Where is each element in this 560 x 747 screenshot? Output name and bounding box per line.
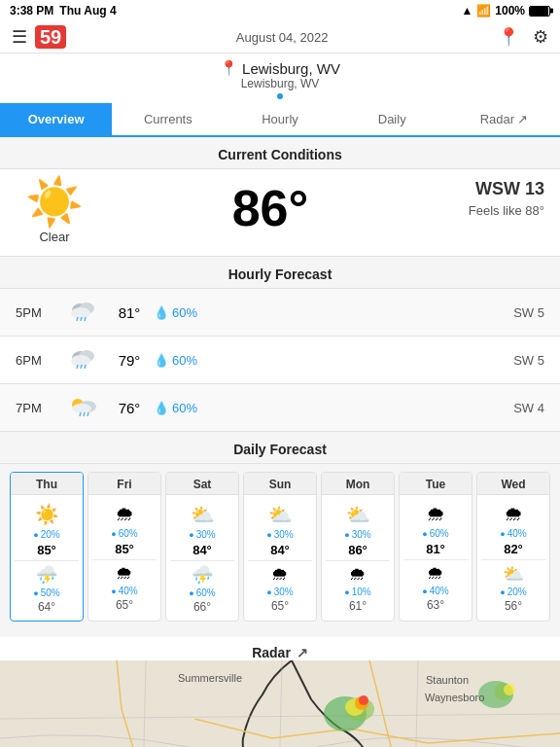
daily-col-mon: Mon ⛅ ● 30% 86° 🌧 ● 10% 61°	[321, 472, 395, 622]
daily-high-sun: 84°	[248, 543, 312, 557]
daily-low-fri: 65°	[92, 598, 157, 612]
top-bar-right: 📍 ⚙	[498, 26, 548, 48]
svg-point-14	[72, 404, 91, 413]
drop-icon-3: 💧	[154, 401, 169, 415]
daily-precip-fri-1: ● 60%	[92, 528, 157, 539]
daily-high-wed: 82°	[481, 542, 545, 556]
radar-title: Radar ↗	[0, 637, 560, 660]
hourly-icon-1	[62, 298, 105, 327]
daily-title: Daily Forecast	[0, 432, 560, 464]
daily-low-wed: 56°	[481, 599, 545, 613]
daily-icon-wed-1: 🌧	[481, 503, 545, 525]
hourly-icon-2	[62, 345, 105, 374]
tab-hourly[interactable]: Hourly	[224, 103, 335, 135]
svg-line-3	[77, 317, 78, 321]
daily-precip-thu-2: ● 50%	[15, 587, 79, 598]
daily-day-mon: Mon	[322, 473, 394, 495]
daily-icon-tue-2: 🌧	[403, 563, 468, 584]
current-conditions: ☀️ Clear 86° WSW 13 Feels like 88°	[0, 169, 560, 257]
tab-daily[interactable]: Daily	[336, 103, 448, 135]
hourly-row: 7PM 76° 💧 60% SW 4	[0, 384, 560, 432]
news-badge[interactable]: 59	[35, 25, 66, 49]
daily-day-thu: Thu	[11, 473, 83, 495]
daily-icon-sat-2: ⛈️	[170, 564, 234, 586]
daily-icon-fri-1: 🌧	[92, 503, 157, 525]
daily-precip-wed-1: ● 40%	[481, 528, 545, 539]
svg-point-8	[71, 355, 90, 367]
hourly-time-1: 5PM	[16, 305, 62, 320]
svg-text:Summersville: Summersville	[178, 672, 242, 684]
daily-precip-tue-2: ● 40%	[403, 586, 468, 596]
top-bar: ☰ 59 August 04, 2022 📍 ⚙	[0, 21, 560, 53]
svg-line-16	[84, 412, 85, 416]
battery-icon	[529, 6, 550, 17]
daily-precip-mon-2: ● 10%	[326, 587, 390, 597]
daily-icon-thu-2: ⛈️	[15, 564, 79, 586]
status-left: 3:38 PM Thu Aug 4	[10, 4, 117, 18]
hourly-row: 6PM 79° 💧 60% SW 5	[0, 337, 560, 384]
signal-icon: 📶	[476, 4, 491, 18]
svg-line-4	[81, 317, 82, 321]
daily-low-tue: 63°	[403, 598, 468, 612]
daily-precip-sat-1: ● 30%	[170, 529, 234, 540]
hourly-wind-2: SW 5	[496, 353, 544, 368]
daily-precip-mon-1: ● 30%	[326, 529, 390, 540]
tab-radar[interactable]: Radar ↗	[448, 103, 560, 135]
current-weather-icon: ☀️	[25, 179, 84, 226]
cc-left: ☀️ Clear	[16, 179, 93, 244]
location-pin-icon[interactable]: 📍	[498, 26, 519, 48]
daily-low-thu: 64°	[15, 600, 79, 614]
radar-map[interactable]: Summersville Staunton Waynesboro Beckley…	[0, 660, 560, 747]
daily-precip-sat-2: ● 60%	[170, 587, 234, 598]
daily-precip-sun-1: ● 30%	[248, 529, 312, 540]
svg-line-11	[85, 365, 86, 369]
status-bar: 3:38 PM Thu Aug 4 ▲ 📶 100%	[0, 0, 560, 21]
daily-col-wed: Wed 🌧 ● 40% 82° ⛅ ● 20% 56°	[476, 472, 550, 622]
radar-share-icon: ↗	[517, 112, 528, 126]
tab-overview[interactable]: Overview	[0, 103, 112, 135]
daily-high-mon: 86°	[326, 543, 390, 557]
daily-day-sun: Sun	[244, 473, 316, 495]
tab-currents[interactable]: Currents	[112, 103, 224, 135]
daily-col-sun: Sun ⛅ ● 30% 84° 🌧 ● 30% 65°	[243, 472, 317, 622]
daily-precip-fri-2: ● 40%	[92, 586, 157, 596]
hourly-section: Hourly Forecast 5PM 81° 💧 60% SW 5 6PM	[0, 257, 560, 432]
radar-section: Radar ↗	[0, 637, 560, 747]
daily-high-tue: 81°	[403, 542, 468, 556]
daily-day-wed: Wed	[477, 473, 549, 495]
hourly-time-3: 7PM	[16, 401, 62, 415]
daily-icon-sun-2: 🌧	[248, 564, 312, 585]
location-name: 📍 Lewisburg, WV	[4, 59, 556, 77]
daily-section: Daily Forecast Thu ☀️ ● 20% 85° ⛈️ ● 50%…	[0, 432, 560, 637]
current-wind: WSW 13	[447, 179, 544, 199]
cc-center: 86°	[232, 179, 309, 237]
hourly-temp-3: 76°	[105, 400, 154, 416]
svg-line-17	[88, 412, 88, 416]
daily-col-fri: Fri 🌧 ● 60% 85° 🌧 ● 40% 65°	[88, 472, 161, 622]
settings-icon[interactable]: ⚙	[533, 26, 548, 48]
status-right: ▲ 📶 100%	[461, 4, 550, 18]
daily-precip-thu-1: ● 20%	[15, 529, 79, 540]
hourly-temp-2: 79°	[105, 352, 154, 369]
radar-share-icon[interactable]: ↗	[297, 645, 308, 660]
daily-high-thu: 85°	[15, 543, 79, 557]
daily-icon-sat-1: ⛅	[170, 503, 234, 526]
svg-text:Staunton: Staunton	[426, 674, 469, 686]
daily-icon-mon-1: ⛅	[326, 503, 390, 526]
location-sub: Lewisburg, WV	[4, 77, 556, 90]
daily-col-thu: Thu ☀️ ● 20% 85° ⛈️ ● 50% 64°	[10, 472, 84, 622]
svg-text:Waynesboro: Waynesboro	[425, 692, 484, 703]
status-time: 3:38 PM	[10, 4, 53, 18]
hourly-wind-1: SW 5	[496, 305, 544, 320]
daily-grid: Thu ☀️ ● 20% 85° ⛈️ ● 50% 64° Fri	[0, 464, 560, 629]
daily-icon-mon-2: 🌧	[326, 564, 390, 585]
svg-line-10	[81, 365, 82, 369]
menu-icon[interactable]: ☰	[12, 26, 27, 48]
daily-icon-wed-2: ⛅	[481, 563, 545, 585]
daily-precip-sun-2: ● 30%	[248, 587, 312, 597]
status-date: Thu Aug 4	[59, 4, 116, 18]
daily-col-tue: Tue 🌧 ● 60% 81° 🌧 ● 40% 63°	[399, 472, 472, 622]
drop-icon-2: 💧	[154, 353, 169, 368]
hourly-precip-3: 💧 60%	[154, 401, 496, 415]
svg-rect-18	[0, 660, 560, 747]
